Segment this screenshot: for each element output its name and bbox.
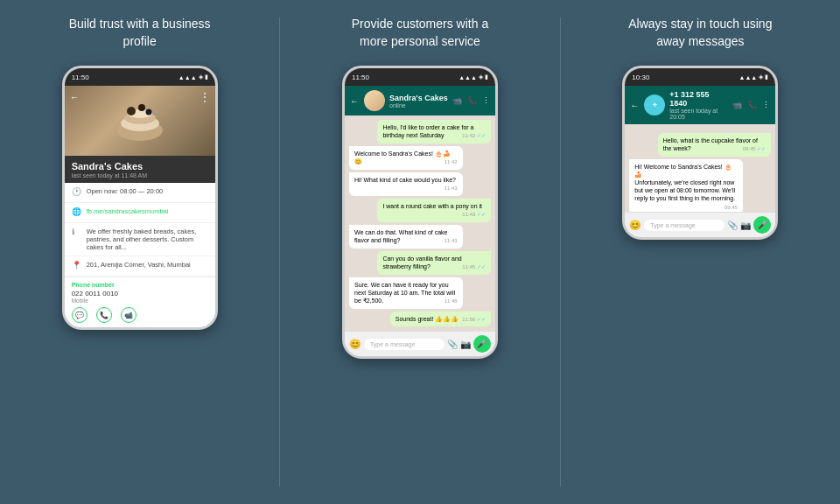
chat-header-info: Sandra's Cakes online xyxy=(389,94,448,108)
phone-1: 11:50 ▲▲▲ ◈ ▮ xyxy=(62,66,218,330)
phone3-status-bar: 10:30 ▲▲▲ ◈ ▮ xyxy=(625,68,775,86)
phone1-status-bar: 11:50 ▲▲▲ ◈ ▮ xyxy=(65,68,215,86)
away-msg-time-1: 09:45 xyxy=(724,205,738,212)
battery-icon: ▮ xyxy=(205,74,208,80)
profile-screen: ← ⋮ Sandra's Cakes last seen today at 11… xyxy=(65,86,215,327)
msg-text-4: We can do that. What kind of cake flavor… xyxy=(354,229,447,243)
message-action-icon[interactable]: 💬 xyxy=(72,307,88,323)
chat-status: online xyxy=(389,102,448,108)
chat-screen: ← Sandra's Cakes online 📹 📞 ⋮ Hello, I'd… xyxy=(345,86,495,356)
phone-label: Phone number xyxy=(72,282,208,288)
away-input-container: 😊 Type a message 📎 📷 🎤 xyxy=(625,212,775,237)
away-message-input[interactable]: Type a message xyxy=(644,220,724,231)
msg-time-5: 11:45 ✓✓ xyxy=(462,264,486,271)
signal-icon2: ▲▲▲ xyxy=(458,74,477,80)
camera-icon3[interactable]: 📷 xyxy=(740,220,751,230)
away-input-bar: 😊 Type a message 📎 📷 🎤 xyxy=(625,212,775,237)
msg-3: I want a round cake with a pony on it 11… xyxy=(377,199,491,222)
address-row: 📍 201, Arenijia Corner, Vashi, Mumbai xyxy=(65,256,215,276)
msg-6: Sure. We can have it ready for you next … xyxy=(349,277,463,309)
camera-icon[interactable]: 📷 xyxy=(460,340,471,349)
msg-text-3: I want a round cake with a pony on it xyxy=(382,203,482,209)
away-msg-text-1: Hi! Welcome to Sandra's Cakes! 🎂🍰 Unfort… xyxy=(634,164,735,201)
msg-text-1: Welcome to Sandra's Cakes! 🎂🍰😊 xyxy=(354,150,451,164)
panel3-title: Always stay in touch using away messages xyxy=(628,16,772,50)
video-action-icon[interactable]: 📹 xyxy=(121,307,136,323)
chat-contact-name: Sandra's Cakes xyxy=(389,94,448,102)
description-text: We offer freshly baked breads, cakes, pa… xyxy=(87,228,208,251)
phone1-status-icons: ▲▲▲ ◈ ▮ xyxy=(178,74,208,80)
voice-call-icon3[interactable]: 📞 xyxy=(747,101,757,109)
emoji-icon3[interactable]: 😊 xyxy=(629,220,641,231)
phone2-status-icons: ▲▲▲ ◈ ▮ xyxy=(458,74,488,80)
chat-input-bar: 😊 Type a message 📎 📷 🎤 xyxy=(345,331,495,356)
address-text: 201, Arenijia Corner, Vashi, Mumbai xyxy=(87,261,191,269)
wifi-icon: ◈ xyxy=(199,74,203,80)
msg-time-1: 11:42 xyxy=(444,159,458,166)
website-row: 🌐 fb.me/sandrascakesmumbai xyxy=(65,203,215,223)
more-icon[interactable]: ⋮ xyxy=(482,96,490,105)
msg-time-7: 11:50 ✓✓ xyxy=(462,317,486,324)
hours-row: 🕐 Open now: 08:00 — 20:00 xyxy=(65,183,215,203)
msg-text-7: Sounds great! 👍👍👍 xyxy=(396,316,459,322)
phone-actions: 💬 📞 📹 xyxy=(72,307,208,323)
website-link[interactable]: fb.me/sandrascakesmumbai xyxy=(87,207,169,215)
away-msg-time-0: 09:45 ✓✓ xyxy=(743,146,766,153)
call-action-icon[interactable]: 📞 xyxy=(96,307,112,323)
clock-icon: 🕐 xyxy=(72,187,82,198)
phone3-time: 10:30 xyxy=(632,74,649,81)
away-contact-name: +1 312 555 1840 xyxy=(669,90,728,108)
svg-point-6 xyxy=(145,108,151,115)
more-options-icon[interactable]: ⋮ xyxy=(200,91,210,103)
battery-icon2: ▮ xyxy=(485,74,488,80)
back-arrow-icon[interactable]: ← xyxy=(70,92,80,102)
phone1-time: 11:50 xyxy=(72,74,89,81)
battery-icon3: ▮ xyxy=(765,74,768,80)
more-icon3[interactable]: ⋮ xyxy=(762,101,770,109)
profile-header-image: ← ⋮ xyxy=(65,86,215,156)
input-placeholder: Type a message xyxy=(370,341,415,347)
back-icon3[interactable]: ← xyxy=(630,101,639,110)
msg-7: Sounds great! 👍👍👍 11:50 ✓✓ xyxy=(390,312,491,327)
svg-point-4 xyxy=(127,107,136,116)
phone-number: 022 0011 0010 xyxy=(72,290,208,298)
panel-business-profile: Build trust with a business profile 11:5… xyxy=(0,0,279,504)
description-row: ℹ We offer freshly baked breads, cakes, … xyxy=(65,223,215,256)
away-chat-screen: ← + +1 312 555 1840 last seen today at 2… xyxy=(625,86,775,237)
msg-text-5: Can you do vanilla flavor and strawberry… xyxy=(382,256,461,270)
away-avatar: + xyxy=(644,94,665,116)
away-msg-1: Hi! Welcome to Sandra's Cakes! 🎂🍰 Unfort… xyxy=(629,159,743,214)
attachment-icon[interactable]: 📎 xyxy=(447,340,458,349)
video-call-icon[interactable]: 📹 xyxy=(452,96,462,105)
location-icon: 📍 xyxy=(72,261,82,271)
msg-time-0: 11:42 ✓✓ xyxy=(462,133,486,140)
voice-call-icon[interactable]: 📞 xyxy=(467,96,477,105)
mic-button[interactable]: 🎤 xyxy=(473,335,491,353)
attachment-icon3[interactable]: 📎 xyxy=(727,220,738,230)
phone2-status-bar: 11:50 ▲▲▲ ◈ ▮ xyxy=(345,68,495,86)
msg-time-4: 11:43 xyxy=(444,238,458,245)
wifi-icon3: ◈ xyxy=(759,74,763,80)
msg-time-6: 11:48 xyxy=(444,298,458,305)
signal-icon3: ▲▲▲ xyxy=(739,74,758,80)
msg-text-0: Hello, I'd like to order a cake for a bi… xyxy=(382,124,473,138)
chat-header: ← Sandra's Cakes online 📹 📞 ⋮ xyxy=(345,86,495,116)
panel1-title: Build trust with a business profile xyxy=(69,16,211,50)
hours-text: Open now: 08:00 — 20:00 xyxy=(87,187,164,195)
business-name: Sandra's Cakes xyxy=(72,161,208,172)
globe-icon: 🌐 xyxy=(72,207,82,218)
phone-3: 10:30 ▲▲▲ ◈ ▮ ← + +1 312 555 1840 last s… xyxy=(622,66,778,240)
message-input[interactable]: Type a message xyxy=(364,339,444,350)
panel-personal-service: Provide customers with a more personal s… xyxy=(280,0,559,504)
away-input-placeholder: Type a message xyxy=(650,222,695,228)
emoji-icon[interactable]: 😊 xyxy=(349,339,361,350)
away-chat-header: ← + +1 312 555 1840 last seen today at 2… xyxy=(625,86,775,124)
last-seen: last seen today at 11:48 AM xyxy=(72,172,208,178)
panel2-title: Provide customers with a more personal s… xyxy=(352,16,488,50)
video-call-icon3[interactable]: 📹 xyxy=(732,101,742,109)
away-header-icons: 📹 📞 ⋮ xyxy=(732,101,770,109)
mic-button3[interactable]: 🎤 xyxy=(753,216,771,234)
back-icon[interactable]: ← xyxy=(350,96,359,106)
msg-1: Welcome to Sandra's Cakes! 🎂🍰😊 11:42 xyxy=(349,146,463,170)
away-msg-0: Hello, what is the cupcake flavor of the… xyxy=(658,133,772,157)
